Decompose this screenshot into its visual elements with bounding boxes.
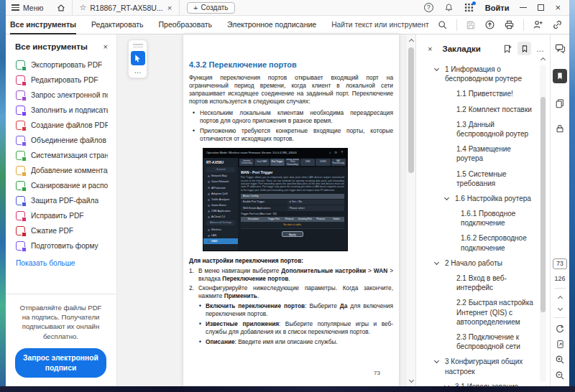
search-icon[interactable] bbox=[438, 20, 448, 30]
chevron-down-icon[interactable] bbox=[433, 260, 440, 266]
tab-esign[interactable]: Электронное подписание bbox=[227, 16, 316, 34]
scrollbar-thumb[interactable] bbox=[540, 97, 546, 312]
drag-handle[interactable] bbox=[133, 44, 143, 47]
bookmark-item[interactable]: 2.1 Вход в веб-интерфейс bbox=[416, 274, 538, 292]
page-navigation: 73 126 bbox=[551, 258, 569, 381]
tool-item-fill-sign[interactable]: Заполнить и подписать bbox=[6, 103, 116, 118]
tool-item-prepare-form[interactable]: Подготовить форму bbox=[6, 238, 116, 253]
router-topbar-icons: ⌂ ⟳ ? bbox=[329, 151, 345, 155]
bookmarks-more-icon[interactable]: … bbox=[536, 46, 544, 52]
close-bookmarks-icon[interactable]: × bbox=[428, 45, 432, 53]
substep-item: •Включить переключение портов: Выберите … bbox=[189, 302, 393, 318]
scroll-down-icon[interactable] bbox=[408, 378, 414, 383]
close-window-button[interactable]: × bbox=[555, 3, 561, 12]
divider bbox=[554, 317, 566, 318]
document-tab[interactable]: ☆ R18867_RT-AX58U... × bbox=[72, 0, 180, 15]
home-button[interactable] bbox=[50, 0, 72, 15]
step-2: 2. Сконфигурируйте нижеследующие парамет… bbox=[189, 284, 393, 300]
search-input[interactable]: Найти текст или инструмент bbox=[331, 21, 428, 29]
tool-item-combine-files[interactable]: Объединение файлов bbox=[6, 133, 116, 148]
tool-item-request-esign[interactable]: Запрос электронной подпи... bbox=[6, 88, 116, 103]
bookmark-item[interactable]: 2.2 Быстрая настройка Интернет (QIS) с а… bbox=[416, 298, 538, 327]
link-icon[interactable] bbox=[552, 19, 563, 30]
zoom-in-icon[interactable] bbox=[555, 355, 565, 365]
bookmarks-tree: 1 Информация о беспроводном роутере 1.1 … bbox=[416, 65, 538, 386]
tool-item-add-comments[interactable]: Добавление комментариев bbox=[6, 163, 116, 178]
close-tab-icon[interactable]: × bbox=[167, 4, 172, 12]
bookmarks-rail-button[interactable] bbox=[553, 69, 567, 83]
rotate-icon[interactable] bbox=[555, 324, 565, 334]
chevron-down-icon[interactable] bbox=[433, 66, 440, 73]
bookmark-item[interactable]: 3 Конфигурация общих настроек bbox=[416, 357, 538, 375]
bookmark-item[interactable]: 2 Начало работы bbox=[416, 258, 538, 268]
close-tools-panel-icon[interactable]: × bbox=[104, 42, 108, 51]
bookmark-item[interactable]: 1.3 Данный беспроводной роутер bbox=[416, 120, 538, 139]
maximize-button[interactable] bbox=[538, 4, 544, 11]
scrollbar-thumb[interactable] bbox=[408, 47, 414, 173]
bookmark-item[interactable]: 1.6.2 Беспроводное подключение bbox=[416, 233, 538, 252]
share-upload-icon[interactable] bbox=[484, 19, 495, 30]
document-scrollbar[interactable] bbox=[405, 34, 415, 386]
protect-pdf-icon bbox=[16, 196, 25, 205]
bookmark-item[interactable]: 1.2 Комплект поставки bbox=[416, 105, 538, 114]
bookmark-item[interactable]: 1.5 Системные требования bbox=[416, 169, 538, 188]
request-esign-icon bbox=[16, 90, 25, 100]
bookmarks-scrollbar[interactable] bbox=[540, 65, 546, 382]
bookmarks-header: × Закладки … bbox=[416, 34, 550, 62]
divider bbox=[456, 19, 457, 31]
star-icon[interactable]: ☆ bbox=[79, 3, 86, 12]
chevron-down-icon[interactable] bbox=[433, 358, 440, 365]
minimize-button[interactable] bbox=[520, 7, 527, 8]
bookmark-item[interactable]: 1.6.1 Проводное подключение bbox=[416, 209, 538, 228]
tool-item-organize-pages[interactable]: Систематизация страниц bbox=[6, 148, 116, 163]
zoom-out-icon[interactable] bbox=[555, 370, 565, 381]
previous-page-icon[interactable] bbox=[557, 294, 563, 300]
next-page-icon[interactable] bbox=[557, 306, 563, 312]
print-icon[interactable] bbox=[504, 19, 515, 30]
bullet-item: •Нескольким локальным клиентам необходим… bbox=[189, 109, 393, 125]
pages-icon[interactable] bbox=[555, 98, 565, 108]
page-number-input[interactable]: 73 bbox=[553, 258, 567, 269]
divider bbox=[554, 288, 566, 289]
sign-in-button[interactable]: Войти bbox=[485, 4, 510, 12]
plus-icon: + bbox=[193, 4, 198, 12]
request-esign-button[interactable]: Запрос электронной подписи bbox=[15, 348, 106, 378]
windows-taskbar[interactable] bbox=[0, 386, 575, 392]
bookmark-item[interactable]: 1.1 Приветствие! bbox=[416, 89, 538, 98]
bookmark-item[interactable]: 1 Информация о беспроводном роутере bbox=[416, 65, 538, 83]
tool-item-repair-pdf[interactable]: Исправить PDF bbox=[6, 208, 116, 223]
chevron-down-icon[interactable] bbox=[443, 195, 450, 202]
bookmarks-view-toggle[interactable] bbox=[518, 42, 531, 55]
tab-all-tools[interactable]: Все инструменты bbox=[10, 16, 76, 34]
titlebar-right: ? Войти × bbox=[424, 3, 569, 13]
tool-item-export-pdf[interactable]: Экспортировать PDF bbox=[6, 57, 116, 73]
bookmark-item[interactable]: 1.4 Размещение роутера bbox=[416, 144, 538, 163]
tool-item-compress-pdf[interactable]: Сжатие PDF bbox=[6, 223, 116, 238]
lock-icon[interactable] bbox=[555, 123, 565, 134]
add-user-icon[interactable] bbox=[533, 19, 543, 30]
tab-convert[interactable]: Преобразовать bbox=[159, 16, 213, 34]
bookmark-item[interactable]: 2.3 Подключение к беспроводной сети bbox=[416, 332, 538, 351]
menu-button[interactable]: Меню bbox=[6, 0, 50, 15]
tab-edit[interactable]: Редактировать bbox=[91, 16, 144, 34]
scroll-up-icon[interactable] bbox=[540, 56, 546, 62]
comments-icon[interactable] bbox=[555, 43, 566, 54]
fit-page-icon[interactable] bbox=[556, 340, 565, 349]
bookmark-item[interactable]: 1.6 Настройка роутера bbox=[416, 194, 538, 203]
select-tool-button[interactable] bbox=[131, 51, 145, 65]
tool-item-scan-ocr[interactable]: Сканирование и распознав... bbox=[6, 178, 116, 193]
fill-sign-icon bbox=[16, 106, 25, 115]
save-icon[interactable] bbox=[466, 20, 476, 30]
apps-grid-icon[interactable] bbox=[464, 3, 474, 13]
create-button[interactable]: + Создать bbox=[187, 2, 234, 14]
show-more-link[interactable]: Показать больше bbox=[6, 253, 116, 273]
notifications-bell-icon[interactable] bbox=[444, 3, 454, 12]
add-bookmark-icon[interactable] bbox=[502, 44, 512, 54]
help-icon[interactable]: ? bbox=[424, 3, 433, 12]
scroll-up-icon[interactable] bbox=[408, 37, 414, 43]
tool-item-protect-pdf[interactable]: Защита PDF-файла bbox=[6, 193, 116, 208]
esign-promo-text: Отправляйте файлы PDF на подпись. Получа… bbox=[15, 303, 106, 342]
tool-item-create-pdf[interactable]: Создание файлов PDF bbox=[6, 118, 116, 133]
tool-item-edit-pdf[interactable]: Редактировать PDF bbox=[6, 73, 116, 88]
more-tools-button[interactable]: … bbox=[134, 69, 142, 75]
